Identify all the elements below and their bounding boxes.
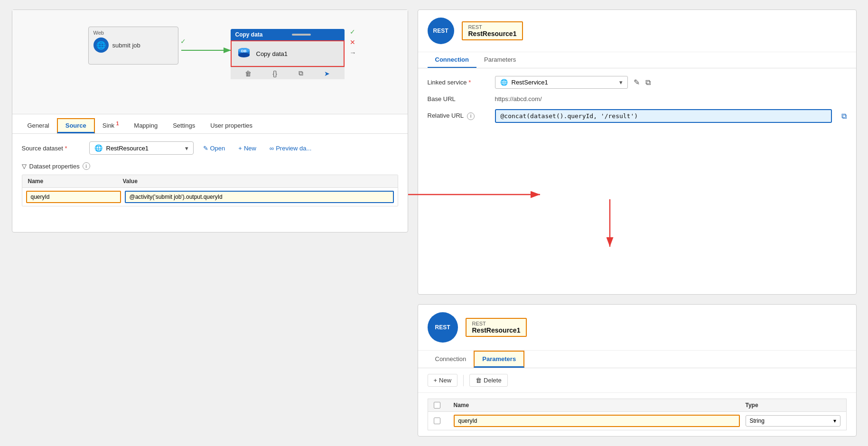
pencil-icon: ✎	[203, 145, 208, 152]
web-activity-type-label: Web	[93, 30, 173, 36]
edit-linked-service-icon[interactable]: ✎	[634, 78, 640, 87]
header-checkbox[interactable]	[434, 402, 440, 409]
panel-body-top: Linked service * 🌐 RestService1 ▾ ✎ ⧉ Ba…	[418, 68, 856, 137]
panel-toolbar: + New 🗑 Delete	[418, 368, 856, 393]
open-btn[interactable]: ✎ Open	[199, 143, 229, 154]
panel-title-box-bottom: REST RestResource1	[466, 318, 527, 337]
tab-sink[interactable]: Sink 1	[95, 118, 126, 133]
delete-icon[interactable]: 🗑	[245, 70, 252, 77]
service-globe-icon: 🌐	[500, 79, 508, 86]
tab-general[interactable]: General	[20, 119, 57, 133]
relative-url-input[interactable]: @concat(dataset().queryId, '/result')	[495, 109, 832, 123]
status-check-icon: ✓	[350, 28, 356, 36]
panel-tabs-top: Connection Parameters	[418, 52, 856, 68]
web-check-status: ✓	[180, 37, 186, 45]
dataset-value: RestResource1	[106, 145, 149, 152]
activity-side-icons: ✓ ✕ →	[350, 28, 356, 56]
relative-url-label: Relative URL i	[428, 112, 489, 120]
tab-parameters-top[interactable]: Parameters	[476, 52, 523, 68]
svg-text:DB: DB	[241, 49, 247, 53]
right-panels: REST REST RestResource1 Connection Param…	[418, 9, 857, 437]
relative-url-info-icon: i	[467, 112, 475, 120]
expand-icon: ▽	[22, 163, 27, 170]
connector-arrow	[181, 46, 238, 55]
copy-activity-header: Copy data	[231, 29, 345, 40]
panel-title-box-top: REST RestResource1	[462, 21, 523, 40]
props-label: Dataset properties	[29, 163, 80, 170]
rest-globe-icon-top: REST	[428, 18, 454, 44]
status-arrow-icon: →	[350, 49, 356, 56]
link-icon: ∞	[270, 145, 274, 152]
web-globe-icon: 🌐	[93, 37, 109, 53]
prop-value-cell[interactable]: @activity('submit job').output.queryId	[125, 191, 394, 203]
new-btn[interactable]: + New	[234, 143, 260, 154]
linked-service-label: Linked service *	[428, 79, 489, 86]
main-container: Web 🌐 submit job ✓	[12, 9, 857, 437]
copy-activity-title: Copy data	[235, 31, 263, 38]
rest-globe-icon-bottom: REST	[428, 312, 458, 343]
copy-icon[interactable]: ⧉	[299, 69, 303, 77]
linked-service-row: Linked service * 🌐 RestService1 ▾ ✎ ⧉	[428, 76, 847, 89]
panel-header-top: REST REST RestResource1	[418, 10, 856, 52]
delete-param-button[interactable]: 🗑 Delete	[469, 374, 508, 387]
panel-type-bottom: REST	[472, 321, 521, 326]
tab-source[interactable]: Source	[57, 118, 95, 133]
sink-badge: 1	[116, 121, 119, 126]
tab-userprops[interactable]: User properties	[203, 119, 260, 133]
left-panel: Web 🌐 submit job ✓	[12, 9, 408, 232]
col-value-header: Value	[123, 178, 392, 185]
props-table: Name Value queryId @activity('submit job…	[22, 175, 398, 206]
copy-activity-box[interactable]: Copy data DB Co	[231, 29, 345, 79]
tab-mapping[interactable]: Mapping	[126, 119, 165, 133]
col-name-header: Name	[28, 178, 123, 185]
dataset-props: ▽ Dataset properties i Name Value queryI…	[22, 162, 398, 206]
web-activity-box[interactable]: Web 🌐 submit job	[88, 27, 178, 65]
expand-header[interactable]: ▽ Dataset properties i	[22, 162, 398, 170]
collapse-bar	[292, 34, 311, 36]
params-table-row: queryId String ▾	[428, 412, 847, 430]
linked-service-arrow: ▾	[619, 79, 623, 86]
param-type-cell[interactable]: String ▾	[746, 415, 840, 427]
status-x-icon: ✕	[350, 38, 356, 46]
copy-activity-footer: 🗑 {} ⧉ ➤	[231, 67, 345, 79]
panel-header-bottom: REST REST RestResource1	[418, 305, 856, 351]
linked-service-icon2[interactable]: ⧉	[645, 78, 651, 87]
tab-connection-top[interactable]: Connection	[428, 52, 477, 68]
info-icon: i	[83, 162, 90, 170]
tab-settings[interactable]: Settings	[165, 119, 203, 133]
base-url-row: Base URL https://abcd.com/	[428, 95, 847, 102]
copy-activity-name: Copy data1	[256, 50, 288, 57]
type-arrow-icon: ▾	[833, 418, 836, 424]
rest-label-bottom: REST	[435, 324, 450, 331]
preview-btn[interactable]: ∞ Preview da...	[266, 143, 315, 154]
panel-tabs-bottom: Connection Parameters	[418, 351, 856, 368]
source-dataset-row: Source dataset * 🌐 RestResource1 ▾ ✎ Ope…	[22, 141, 398, 155]
linked-service-select[interactable]: 🌐 RestService1 ▾	[495, 76, 628, 89]
tabs-area: General Source Sink 1 Mapping Settings U…	[12, 114, 408, 134]
relative-url-edit-icon[interactable]: ⧉	[841, 112, 847, 121]
linked-service-value: RestService1	[512, 79, 548, 86]
dataset-select[interactable]: 🌐 RestResource1 ▾	[89, 141, 194, 155]
source-content: Source dataset * 🌐 RestResource1 ▾ ✎ Ope…	[12, 134, 408, 214]
code-icon[interactable]: {}	[272, 70, 277, 77]
tab-connection-bottom[interactable]: Connection	[428, 352, 474, 367]
right-panel-bottom: REST REST RestResource1 Connection Param…	[418, 304, 857, 437]
props-table-header: Name Value	[22, 175, 398, 188]
panel-name-top: RestResource1	[468, 30, 517, 37]
arrow-right-icon[interactable]: ➤	[324, 70, 330, 77]
source-dataset-label: Source dataset *	[22, 145, 84, 152]
dataset-globe-icon: 🌐	[94, 144, 103, 152]
copy-activity-body: DB Copy data1	[231, 40, 345, 67]
panel-type-top: REST	[468, 24, 517, 30]
copy-activity-icon: DB	[235, 45, 252, 62]
base-url-value: https://abcd.com/	[495, 95, 542, 102]
right-panel-top: REST REST RestResource1 Connection Param…	[418, 9, 857, 295]
row-checkbox[interactable]	[434, 418, 440, 424]
new-param-button[interactable]: + New	[428, 374, 458, 387]
select-arrow-icon: ▾	[185, 145, 188, 152]
pipeline-canvas: Web 🌐 submit job ✓	[12, 10, 408, 114]
param-name-cell[interactable]: queryId	[454, 415, 740, 427]
params-table-area: Name Type queryId String ▾	[418, 393, 856, 436]
tab-parameters-bottom[interactable]: Parameters	[474, 351, 524, 368]
prop-name-cell[interactable]: queryId	[26, 191, 121, 203]
